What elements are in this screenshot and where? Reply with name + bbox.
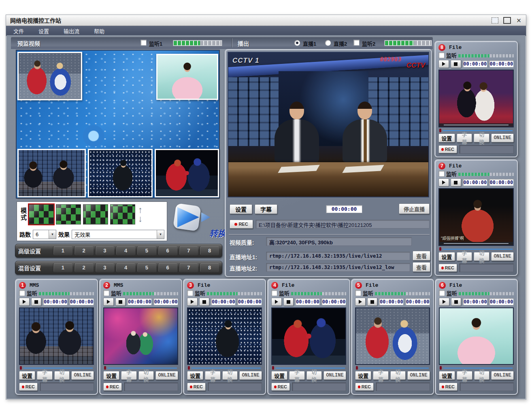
minimize-icon[interactable] (492, 17, 498, 23)
settings-button[interactable]: 设置 (438, 252, 455, 261)
mixer-ch-2[interactable]: 2 (74, 263, 94, 272)
switch-button[interactable]: 切换 (474, 252, 489, 261)
seek-bar[interactable] (103, 366, 178, 370)
stop-button[interactable] (451, 60, 461, 68)
menu-output-stream[interactable]: 输出流 (64, 27, 79, 35)
advanced-ch-4[interactable]: 4 (116, 246, 135, 255)
settings-button[interactable]: 设置 (271, 371, 287, 380)
monitor-checkbox[interactable] (438, 52, 445, 58)
settings-button[interactable]: 设置 (439, 371, 455, 380)
settings-button[interactable]: 设置 (438, 133, 455, 142)
play-button[interactable] (187, 298, 198, 306)
play-button[interactable] (438, 178, 449, 186)
close-icon[interactable] (516, 18, 522, 23)
play-button[interactable] (19, 298, 30, 306)
subtitle-button[interactable]: 字幕 (457, 371, 472, 380)
subtitle-button[interactable]: 字幕 (457, 133, 472, 142)
view-address2-button[interactable]: 查看 (413, 262, 430, 272)
dropdown-arrow-icon[interactable] (157, 230, 164, 239)
seek-handle[interactable] (20, 366, 22, 370)
mode-scroll-up-icon[interactable]: ↑ (138, 205, 143, 214)
subtitle-button[interactable]: 字幕 (373, 371, 388, 380)
live2-radio[interactable] (325, 40, 331, 46)
switch-button[interactable]: 切换 (138, 371, 154, 380)
settings-button[interactable]: 设置 (103, 371, 119, 380)
settings-button[interactable]: 设置 (355, 371, 371, 380)
monitor2-checkbox[interactable] (353, 40, 360, 46)
mode-option-2[interactable] (56, 204, 81, 225)
subtitle-button[interactable]: 字幕 (457, 252, 472, 261)
mixer-ch-8[interactable]: 8 (200, 263, 219, 272)
play-button[interactable] (103, 298, 114, 306)
dropdown-arrow-icon[interactable] (49, 230, 56, 239)
live1-radio[interactable] (294, 40, 300, 46)
channel-count-select[interactable]: 6 (33, 230, 56, 239)
seek-bar[interactable] (438, 129, 514, 133)
convert-button[interactable]: 转换 (170, 202, 227, 241)
online-button[interactable]: ONLINE (323, 371, 346, 380)
mode-option-1[interactable] (29, 204, 54, 225)
online-button[interactable]: ONLINE (407, 371, 430, 380)
mode-scroll-down-icon[interactable]: ↓ (138, 214, 143, 223)
monitor-checkbox[interactable] (355, 290, 361, 296)
effect-select[interactable]: 无效果 (72, 230, 164, 239)
stop-button[interactable] (115, 298, 126, 306)
rec-button[interactable]: REC (187, 383, 206, 391)
stop-button[interactable] (283, 298, 294, 306)
switch-button[interactable]: 切换 (390, 371, 406, 380)
switch-button[interactable]: 切换 (222, 371, 238, 380)
mixer-ch-1[interactable]: 1 (53, 263, 72, 272)
online-button[interactable]: ONLINE (71, 371, 94, 380)
mixer-ch-5[interactable]: 5 (137, 263, 156, 272)
play-button[interactable] (439, 298, 449, 306)
seek-handle[interactable] (356, 366, 358, 370)
play-button[interactable] (355, 298, 366, 306)
monitor1-checkbox[interactable] (140, 40, 147, 46)
monitor-checkbox[interactable] (103, 290, 109, 296)
seek-handle[interactable] (188, 366, 190, 370)
rec-button[interactable]: REC (439, 383, 458, 391)
monitor-checkbox[interactable] (439, 290, 445, 296)
monitor-checkbox[interactable] (187, 290, 193, 296)
seek-handle[interactable] (440, 366, 442, 370)
seek-bar[interactable] (271, 366, 346, 370)
switch-button[interactable]: 切换 (474, 371, 489, 380)
seek-handle[interactable] (439, 247, 441, 251)
subtitle-button[interactable]: 字幕 (205, 371, 220, 380)
advanced-ch-1[interactable]: 1 (53, 246, 72, 255)
seek-handle[interactable] (104, 366, 106, 370)
seek-bar[interactable] (439, 366, 514, 370)
rec-button[interactable]: REC (438, 264, 457, 272)
online-button[interactable]: ONLINE (491, 133, 514, 142)
advanced-ch-6[interactable]: 6 (158, 246, 177, 255)
switch-button[interactable]: 切换 (306, 371, 322, 380)
monitor-checkbox[interactable] (271, 290, 277, 296)
rec-button[interactable]: REC (271, 383, 290, 391)
menu-help[interactable]: 帮助 (94, 27, 104, 35)
advanced-ch-3[interactable]: 3 (95, 246, 115, 255)
playout-settings-button[interactable]: 设置 (230, 204, 252, 214)
stop-button[interactable] (199, 298, 210, 306)
settings-button[interactable]: 设置 (19, 371, 35, 380)
mode-option-3[interactable] (83, 204, 108, 225)
maximize-icon[interactable] (503, 17, 511, 24)
playout-rec-button[interactable]: REC (230, 220, 253, 229)
menu-file[interactable]: 文件 (13, 27, 24, 35)
mixer-ch-4[interactable]: 4 (116, 263, 135, 272)
seek-bar[interactable] (187, 366, 262, 370)
play-button[interactable] (271, 298, 282, 306)
rec-button[interactable]: REC (355, 383, 374, 391)
online-button[interactable]: ONLINE (155, 371, 178, 380)
subtitle-button[interactable]: 字幕 (37, 371, 52, 380)
stop-button[interactable] (451, 298, 462, 306)
rec-button[interactable]: REC (19, 383, 38, 391)
rec-button[interactable]: REC (438, 145, 457, 153)
advanced-ch-2[interactable]: 2 (74, 246, 94, 255)
advanced-ch-7[interactable]: 7 (179, 246, 198, 255)
rec-button[interactable]: REC (103, 383, 122, 391)
online-button[interactable]: ONLINE (239, 371, 262, 380)
stop-live-button[interactable]: 停止直播 (399, 203, 430, 214)
seek-bar[interactable] (19, 366, 94, 370)
menu-settings[interactable]: 设置 (38, 27, 49, 35)
mixer-ch-6[interactable]: 6 (158, 263, 177, 272)
